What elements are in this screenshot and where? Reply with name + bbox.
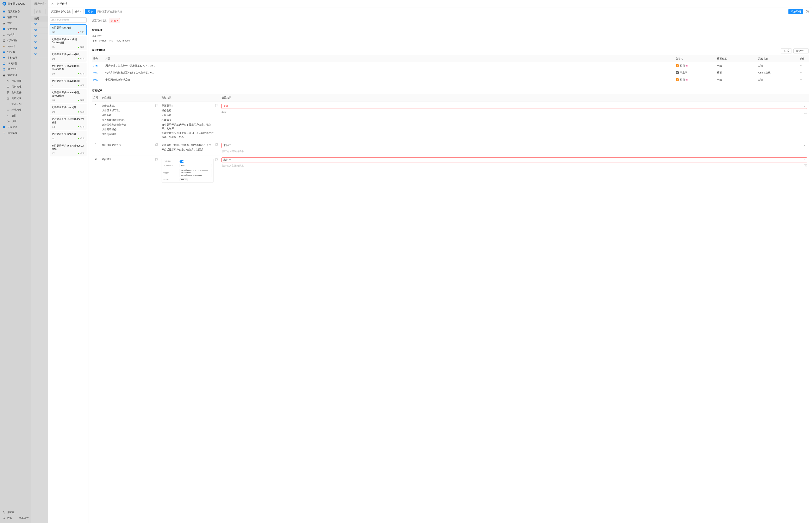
nav-item-k8s-mgmt[interactable]: K8S管理: [0, 67, 31, 72]
sub-nav-env[interactable]: 环境管理: [0, 107, 31, 113]
defect-row: 2333测试管理，切换到一个无权限的空间下，url...勇勇勇🌸一般新建✂: [92, 62, 809, 69]
case-id: 145: [52, 58, 55, 60]
expand-icon[interactable]: [155, 143, 158, 146]
new-card-button[interactable]: 新建卡片: [793, 49, 809, 53]
expand-icon[interactable]: [804, 111, 807, 114]
col-seq: 序号: [92, 94, 100, 102]
svg-point-24: [4, 133, 4, 134]
case-item[interactable]: 允许登录开关-.net构建docker镜像150成功: [50, 116, 87, 130]
case-item[interactable]: 允许登录开关-maven构建147成功: [50, 78, 87, 89]
nav-item-project[interactable]: 项目管理: [0, 15, 31, 20]
result-select[interactable]: 未执行: [222, 143, 807, 148]
expand-icon[interactable]: [155, 104, 158, 107]
artifact-icon: [2, 51, 5, 54]
case-title: 允许登录开关-python构建docker镜像: [52, 65, 85, 71]
case-id: 150: [52, 126, 55, 128]
nav-label: 项目管理: [7, 16, 17, 19]
result-select[interactable]: 未执行: [222, 158, 807, 162]
sub-nav-settings[interactable]: 设置: [0, 119, 31, 124]
defect-id-link[interactable]: 4647: [93, 71, 99, 74]
step-text: 界面显示: [102, 158, 111, 161]
nav-item-artifact[interactable]: 制品库: [0, 49, 31, 55]
case-item[interactable]: 允许登录开关-python构建145成功: [50, 51, 87, 62]
unlink-icon[interactable]: ✂: [800, 71, 802, 74]
add-case-button[interactable]: 添加用例: [789, 9, 803, 14]
gear-icon: [6, 120, 10, 123]
nav-label: 我的工作台: [7, 10, 20, 14]
case-status: 成功: [78, 137, 85, 140]
expand-icon[interactable]: [804, 164, 807, 167]
nav-item-wiki[interactable]: Wiki: [0, 20, 31, 26]
svg-rect-0: [3, 11, 5, 12]
sub-nav-records[interactable]: 测试记录: [0, 95, 31, 101]
close-button[interactable]: [51, 2, 54, 5]
defect-owner: 勇勇勇🌸: [674, 62, 716, 69]
expand-icon[interactable]: [215, 143, 218, 146]
case-item[interactable]: 允许登录npm构建143失败: [50, 24, 87, 35]
case-item[interactable]: 允许登录开关-maven构建docker镜像148成功: [50, 89, 87, 103]
nav-label: K8S管理: [7, 68, 17, 71]
case-item[interactable]: 允许登录开关-python构建docker镜像146成功: [50, 62, 87, 76]
defect-priority: 一般: [716, 62, 757, 69]
unlink-icon[interactable]: ✂: [800, 64, 802, 67]
expand-icon[interactable]: [215, 104, 218, 107]
case-title: 允许登录开关-maven构建: [52, 79, 85, 83]
detail-panel: 执行详情 设置整体测试结果 成功 同 步 同步更新所有用例状态 添加用例 允许登…: [48, 0, 812, 523]
expand-icon[interactable]: [804, 150, 807, 153]
unlink-icon[interactable]: ✂: [800, 78, 802, 81]
help-icon[interactable]: [806, 10, 809, 14]
collapse-sidebar-button[interactable]: 收起: [2, 517, 12, 520]
k8s-mgmt-icon: [2, 68, 5, 71]
actual-result-placeholder[interactable]: 点击输入实际的结果: [222, 150, 244, 153]
overall-result-label: 设置整体测试结果: [51, 10, 71, 14]
sub-nav-plans[interactable]: 测试计划: [0, 101, 31, 107]
link-defect-button[interactable]: 关 联: [781, 49, 792, 53]
case-search-input[interactable]: [50, 17, 87, 23]
sub-nav-stats[interactable]: 统计: [0, 113, 31, 119]
actual-result-placeholder[interactable]: 点击输入实际的结果: [222, 164, 244, 167]
case-id: 143: [52, 31, 55, 33]
defect-row: 3061卡片列表数据请求瘦身勇勇勇🌸一般新建✂: [92, 76, 809, 83]
nav-item-resource[interactable]: 计算资源: [0, 124, 31, 130]
sub-nav-cases[interactable]: 用例管理: [0, 84, 31, 90]
sub-nav-api[interactable]: 接口管理: [0, 78, 31, 84]
app-logo[interactable]: 简 简单云DevOps: [0, 0, 31, 7]
overall-result-select[interactable]: 成功: [72, 9, 84, 14]
case-status: 失败: [78, 31, 85, 34]
nav-item-code[interactable]: 代码库: [0, 32, 31, 38]
defect-id-link[interactable]: 2333: [93, 64, 99, 67]
user-group-button[interactable]: 用户组: [0, 509, 31, 515]
nav-item-workbench[interactable]: 我的工作台: [0, 9, 31, 15]
case-item[interactable]: 允许登录开关-npm构建Docker镜像144成功: [50, 36, 87, 50]
expand-icon[interactable]: [215, 158, 218, 161]
result-select[interactable]: 失败: [222, 104, 807, 109]
nav-label: 计算资源: [7, 126, 17, 129]
nav-item-integration[interactable]: 服务集成: [0, 130, 31, 136]
nav-item-pipeline[interactable]: 流水线: [0, 43, 31, 49]
nav-item-scan[interactable]: 代码扫描: [0, 38, 31, 43]
nav-label: Wiki: [7, 22, 12, 24]
sub-nav-suite[interactable]: 测试套件: [0, 90, 31, 95]
defects-title: 发现的缺陷: [92, 48, 105, 52]
type-filter[interactable]: 类型: [34, 9, 46, 14]
menu-settings-button[interactable]: 菜单设置: [19, 517, 29, 520]
expand-icon[interactable]: [155, 158, 158, 161]
nav-item-host[interactable]: 主机部署: [0, 55, 31, 61]
case-item[interactable]: 允许登录开关-php构建docker镜像152成功: [50, 142, 87, 157]
case-item[interactable]: 允许登录开关-.net构建149成功: [50, 104, 87, 115]
col-owner: 负责人: [674, 55, 716, 62]
case-item[interactable]: 允许登录开关-php构建151成功: [50, 131, 87, 142]
nav-item-docs[interactable]: 文档管理: [0, 26, 31, 32]
sync-button[interactable]: 同 步: [85, 9, 96, 14]
svg-marker-4: [3, 62, 5, 65]
logo-badge-icon: 简: [2, 2, 6, 5]
actual-result-text[interactable]: 看看: [222, 110, 226, 114]
svg-rect-14: [7, 103, 9, 105]
svg-point-9: [8, 82, 8, 82]
case-title: 允许登录开关-php构建: [52, 132, 85, 136]
case-result-select[interactable]: 失败: [109, 18, 120, 23]
nav-item-test[interactable]: 测试管理: [0, 72, 31, 78]
defect-id-link[interactable]: 3061: [93, 78, 99, 81]
flower-icon: 🌸: [685, 65, 688, 67]
nav-item-k8s-deploy[interactable]: K8S部署: [0, 61, 31, 67]
